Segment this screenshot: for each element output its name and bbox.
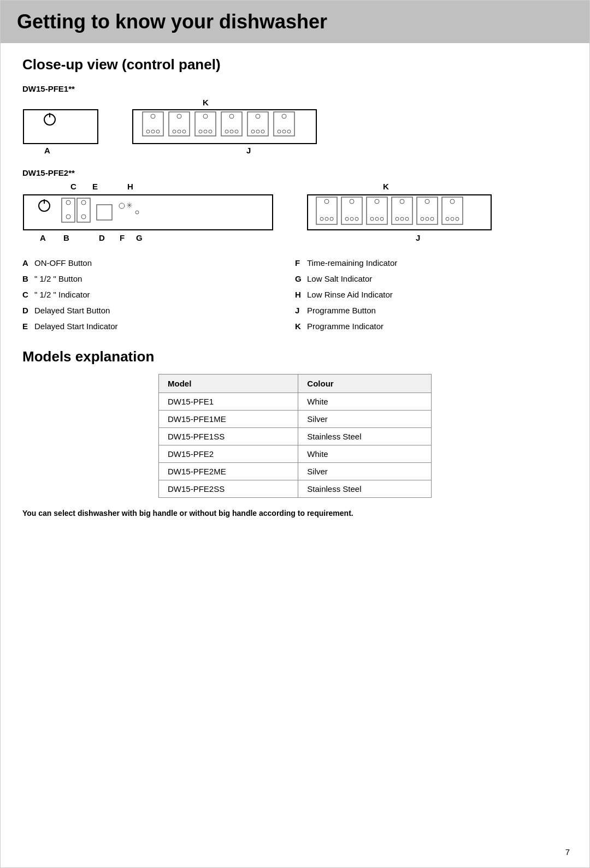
legend-col-left: A ON-OFF Button B " 1/2 " Button C " 1/2…: [22, 257, 295, 332]
pfe2-f-label: F: [120, 233, 125, 242]
pfe1-right-svg: [132, 109, 317, 145]
pfe2-right-svg: [306, 193, 492, 232]
table-row: DW15-PFE1White: [159, 393, 432, 411]
pfe1-a-label: A: [44, 146, 99, 155]
table-cell-model: DW15-PFE1SS: [159, 428, 298, 445]
model1-label: DW15-PFE1**: [22, 84, 568, 93]
model2-label: DW15-PFE2**: [22, 168, 568, 177]
section1-title: Close-up view (control panel): [22, 56, 568, 73]
pfe2-k-label: K: [383, 182, 389, 191]
pfe2-left-half: C E H: [22, 182, 274, 244]
table-col1-header: Model: [159, 374, 298, 393]
legend-item-k: K Programme Indicator: [295, 320, 568, 332]
legend-letter-d: D: [22, 305, 34, 316]
legend-item-j: J Programme Button: [295, 305, 568, 316]
legend-item-c: C " 1/2 " Indicator: [22, 289, 295, 300]
table-cell-model: DW15-PFE1ME: [159, 411, 298, 428]
pfe1-j-label: J: [246, 146, 317, 155]
legend-section: A ON-OFF Button B " 1/2 " Button C " 1/2…: [22, 257, 568, 332]
pfe2-b-label: B: [63, 233, 69, 242]
legend-letter-k: K: [295, 320, 307, 332]
legend-letter-f: F: [295, 257, 307, 269]
table-cell-colour: Stainless Steel: [298, 428, 432, 445]
table-row: DW15-PFE2MESilver: [159, 463, 432, 480]
legend-text-a: ON-OFF Button: [34, 257, 92, 269]
legend-text-h: Low Rinse Aid Indicator: [307, 289, 393, 300]
footer-text: You can select dishwasher with big handl…: [22, 509, 568, 518]
pfe1-left-half: A: [22, 98, 99, 155]
legend-item-h: H Low Rinse Aid Indicator: [295, 289, 568, 300]
diagrams-section: DW15-PFE1** A: [22, 84, 568, 244]
legend-item-a: A ON-OFF Button: [22, 257, 295, 269]
legend-text-k: Programme Indicator: [307, 320, 384, 332]
legend-letter-b: B: [22, 273, 34, 284]
table-row: DW15-PFE2SSStainless Steel: [159, 480, 432, 498]
pfe1-left-svg: [22, 109, 99, 145]
legend-item-g: G Low Salt Indicator: [295, 273, 568, 284]
legend-col-right: F Time-remaining Indicator G Low Salt In…: [295, 257, 568, 332]
table-col2-header: Colour: [298, 374, 432, 393]
page-number: 7: [565, 847, 570, 857]
legend-item-d: D Delayed Start Button: [22, 305, 295, 316]
table-row: DW15-PFE2White: [159, 445, 432, 463]
svg-text:✳: ✳: [126, 201, 133, 210]
table-cell-colour: Stainless Steel: [298, 480, 432, 498]
legend-text-d: Delayed Start Button: [34, 305, 110, 316]
pfe2-c-label: C: [70, 182, 76, 191]
svg-rect-34: [23, 195, 273, 230]
pfe2-h-label: H: [127, 182, 133, 191]
table-cell-colour: Silver: [298, 411, 432, 428]
page-container: { "header": { "title": "Getting to know …: [0, 0, 590, 868]
table-cell-model: DW15-PFE2ME: [159, 463, 298, 480]
legend-item-f: F Time-remaining Indicator: [295, 257, 568, 269]
table-cell-model: DW15-PFE2SS: [159, 480, 298, 498]
page-title: Getting to know your dishwasher: [17, 10, 573, 33]
svg-rect-0: [23, 110, 98, 144]
table-cell-model: DW15-PFE2: [159, 445, 298, 463]
table-cell-colour: Silver: [298, 463, 432, 480]
legend-text-b: " 1/2 " Button: [34, 273, 82, 284]
legend-letter-e: E: [22, 320, 34, 332]
models-section: Models explanation Model Colour DW15-PFE…: [22, 348, 568, 498]
pfe1-right-half: K: [132, 98, 317, 155]
table-row: DW15-PFE1MESilver: [159, 411, 432, 428]
pfe1-diagram-container: DW15-PFE1** A: [22, 84, 568, 155]
models-title: Models explanation: [22, 348, 568, 365]
table-cell-model: DW15-PFE1: [159, 393, 298, 411]
legend-text-g: Low Salt Indicator: [307, 273, 372, 284]
legend-text-j: Programme Button: [307, 305, 376, 316]
legend-text-c: " 1/2 " Indicator: [34, 289, 90, 300]
content-area: Close-up view (control panel) DW15-PFE1*…: [1, 43, 589, 539]
pfe2-d-label: D: [99, 233, 105, 242]
pfe2-j-label: J: [416, 233, 492, 242]
pfe2-right-half: K: [306, 182, 492, 242]
legend-item-e: E Delayed Start Indicator: [22, 320, 295, 332]
pfe1-k-label: K: [203, 98, 209, 107]
legend-letter-h: H: [295, 289, 307, 300]
pfe2-a-label: A: [40, 233, 46, 242]
legend-letter-j: J: [295, 305, 307, 316]
legend-letter-g: G: [295, 273, 307, 284]
pfe2-left-svg: ✳: [22, 193, 274, 232]
models-table: Model Colour DW15-PFE1WhiteDW15-PFE1MESi…: [158, 374, 432, 498]
legend-text-f: Time-remaining Indicator: [307, 257, 397, 269]
table-cell-colour: White: [298, 393, 432, 411]
legend-item-b: B " 1/2 " Button: [22, 273, 295, 284]
table-cell-colour: White: [298, 445, 432, 463]
pfe2-g-label: G: [136, 233, 143, 242]
legend-text-e: Delayed Start Indicator: [34, 320, 118, 332]
pfe2-diagram-container: DW15-PFE2** C E H: [22, 168, 568, 244]
header-banner: Getting to know your dishwasher: [1, 1, 589, 43]
svg-rect-3: [133, 110, 316, 144]
legend-letter-c: C: [22, 289, 34, 300]
pfe2-e-label: E: [92, 182, 98, 191]
table-row: DW15-PFE1SSStainless Steel: [159, 428, 432, 445]
legend-letter-a: A: [22, 257, 34, 269]
